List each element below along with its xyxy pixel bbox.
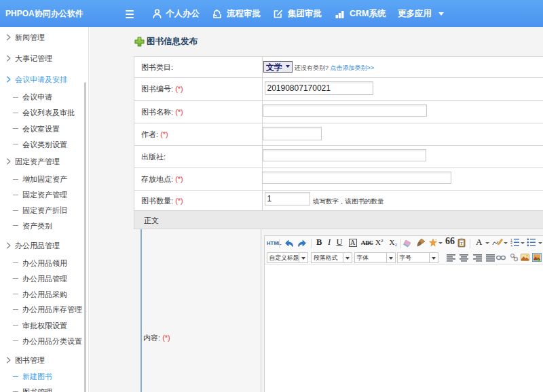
svg-text:T: T [460,241,464,246]
svg-text:3: 3 [510,244,512,248]
